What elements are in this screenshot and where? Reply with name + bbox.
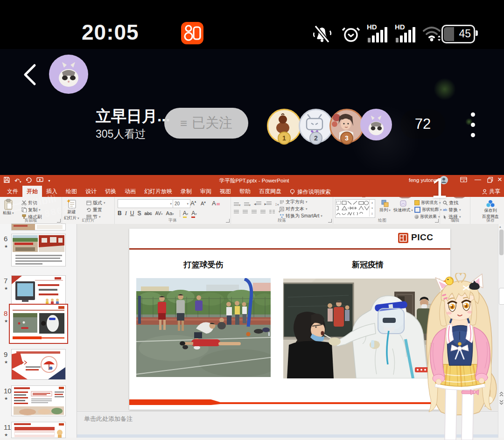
text-shadow-button[interactable]: S bbox=[137, 210, 141, 217]
tab-view[interactable]: 视图 bbox=[216, 186, 235, 197]
cut-button[interactable]: 剪切 bbox=[21, 199, 42, 206]
follow-lines-icon: ≡ bbox=[180, 116, 187, 131]
underline-button[interactable]: U bbox=[130, 210, 134, 217]
undo-button[interactable]: ↶▾ bbox=[14, 177, 21, 184]
battery-fill bbox=[444, 27, 454, 41]
copy-button[interactable]: 复制▾ bbox=[21, 206, 42, 213]
vtuber-avatar-overlay bbox=[417, 273, 504, 440]
align-right-button[interactable] bbox=[252, 210, 257, 214]
thumbnail-slide10[interactable] bbox=[12, 386, 65, 416]
clock-time: 20:05 bbox=[82, 20, 139, 45]
share-button[interactable]: 共享 bbox=[482, 188, 500, 196]
tab-animations[interactable]: 动画 bbox=[120, 186, 140, 197]
paste-button[interactable]: 粘贴 ▾ bbox=[3, 199, 14, 216]
bold-button[interactable]: B bbox=[118, 210, 122, 217]
character-spacing-button[interactable]: AV▾ bbox=[155, 211, 162, 216]
align-center-button[interactable] bbox=[243, 210, 248, 214]
thumbnail-slide9[interactable] bbox=[12, 349, 65, 379]
tab-design[interactable]: 设计 bbox=[81, 186, 101, 197]
paragraph-dialog-launcher[interactable] bbox=[328, 219, 332, 223]
decrease-indent-button[interactable]: ◂ bbox=[254, 202, 261, 206]
thumbnail-slide7[interactable] bbox=[12, 276, 65, 307]
tab-home[interactable]: 开始 bbox=[22, 186, 42, 197]
tab-help[interactable]: 帮助 bbox=[235, 186, 255, 197]
tab-baidu-netdisk[interactable]: 百度网盘 bbox=[255, 186, 286, 197]
more-menu-button[interactable] bbox=[471, 112, 475, 143]
tab-review[interactable]: 审阅 bbox=[196, 186, 216, 197]
arrange-button[interactable]: 排列 ▾ bbox=[377, 200, 393, 213]
bullets-button[interactable]: ▾ bbox=[234, 200, 241, 208]
online-count-pill[interactable]: 72 bbox=[400, 110, 445, 139]
minimize-button[interactable]: — bbox=[475, 175, 481, 183]
tab-slideshow[interactable]: 幻灯片放映 bbox=[140, 186, 176, 197]
thumbnail-slide5-partial[interactable] bbox=[12, 224, 65, 230]
wifi-icon bbox=[422, 24, 443, 45]
layout-button[interactable]: 版式▾ bbox=[86, 199, 105, 206]
clipboard-dialog-launcher[interactable] bbox=[57, 219, 61, 223]
numbering-button[interactable]: ▾ bbox=[244, 200, 251, 208]
align-text-button[interactable]: 对齐文本▾ bbox=[280, 205, 322, 212]
tab-insert[interactable]: 插入 bbox=[42, 186, 62, 197]
close-button[interactable]: × bbox=[497, 175, 502, 184]
back-button[interactable] bbox=[21, 63, 39, 87]
heading-covid[interactable]: 新冠疫情 bbox=[316, 259, 419, 270]
current-slide[interactable]: PICC 打篮球受伤 新冠疫情 bbox=[129, 229, 450, 410]
reset-icon bbox=[86, 207, 91, 212]
qat-customize-icon[interactable]: ▾ bbox=[48, 179, 50, 183]
align-left-button[interactable] bbox=[234, 210, 239, 214]
text-direction-button[interactable]: 文字方向▾ bbox=[280, 198, 322, 205]
change-case-button[interactable]: Aa▾ bbox=[166, 210, 174, 216]
save-to-netdisk-button[interactable]: 保存到 百度网盘 bbox=[479, 199, 502, 220]
save-button[interactable] bbox=[4, 176, 10, 185]
slide-image-basketball[interactable] bbox=[136, 278, 271, 377]
follow-button[interactable]: ≡ 已关注 bbox=[164, 108, 248, 139]
reset-button[interactable]: 重置 bbox=[86, 206, 105, 213]
thumbnail-slide11-partial[interactable] bbox=[12, 422, 65, 438]
ribbon-display-options-button[interactable] bbox=[460, 176, 467, 185]
quick-styles-button[interactable]: 快速样式 ▾ bbox=[393, 200, 413, 213]
italic-button[interactable]: I bbox=[125, 210, 127, 217]
font-size-combo[interactable]: 20▾ bbox=[173, 199, 190, 208]
viewer-avatar-4[interactable] bbox=[360, 109, 392, 140]
replace-button[interactable]: ab 替换▾ bbox=[443, 206, 461, 213]
scroll-up-arrow-icon[interactable]: ▴ bbox=[499, 225, 501, 229]
save-group-label: 保存 bbox=[470, 217, 504, 223]
shape-outline-button[interactable]: 形状轮廓▾ bbox=[414, 206, 442, 213]
drawing-dialog-launcher[interactable] bbox=[435, 219, 439, 223]
font-color-button[interactable]: A▾ bbox=[191, 210, 197, 217]
strikethrough-button[interactable]: abc bbox=[144, 211, 152, 216]
tab-file[interactable]: 文件 bbox=[3, 186, 22, 197]
streamer-avatar[interactable] bbox=[49, 55, 88, 94]
restore-button[interactable] bbox=[487, 176, 493, 185]
grow-font-button[interactable]: A▴ bbox=[190, 200, 196, 207]
shrink-font-button[interactable]: A▾ bbox=[201, 201, 206, 206]
start-presentation-button[interactable] bbox=[36, 176, 43, 185]
scrollbar-thumb[interactable] bbox=[499, 230, 504, 255]
slides-group-label: 幻灯片 bbox=[62, 217, 114, 223]
line-spacing-button[interactable]: ↕▾ bbox=[275, 202, 279, 207]
font-name-combo[interactable]: ▾ bbox=[118, 199, 174, 208]
tab-record[interactable]: 录制 bbox=[176, 186, 196, 197]
columns-button[interactable] bbox=[269, 210, 275, 214]
tab-transitions[interactable]: 切换 bbox=[101, 186, 120, 197]
tab-draw[interactable]: 绘图 bbox=[62, 186, 81, 197]
viewer-avatar-rank1[interactable]: 1 bbox=[267, 109, 301, 143]
thumb-star-10: ★ bbox=[4, 396, 8, 401]
battery-level: 45 bbox=[459, 28, 471, 40]
viewer-avatar-rank2[interactable]: 2 bbox=[299, 109, 333, 143]
tell-me-search[interactable]: 操作说明搜索 bbox=[286, 186, 335, 197]
shapes-gallery[interactable]: ▴▾≡ bbox=[335, 199, 375, 218]
shapes-gallery-scroll[interactable]: ▴▾≡ bbox=[369, 200, 375, 217]
justify-button[interactable] bbox=[260, 210, 266, 214]
slide-header-rule bbox=[129, 248, 450, 250]
heading-basketball[interactable]: 打篮球受伤 bbox=[152, 259, 255, 270]
follow-label: 已关注 bbox=[192, 114, 232, 133]
thumbnail-slide6[interactable] bbox=[12, 234, 65, 266]
highlight-color-button[interactable]: A▾ bbox=[183, 210, 189, 217]
viewer-avatar-rank3[interactable]: 3 bbox=[329, 109, 364, 143]
clear-formatting-button[interactable]: A bbox=[212, 200, 220, 207]
redo-button[interactable] bbox=[26, 176, 32, 185]
font-dialog-launcher[interactable] bbox=[226, 219, 230, 223]
increase-indent-button[interactable]: ▸ bbox=[265, 202, 272, 206]
thumbnail-slide8-selected[interactable] bbox=[10, 305, 67, 343]
